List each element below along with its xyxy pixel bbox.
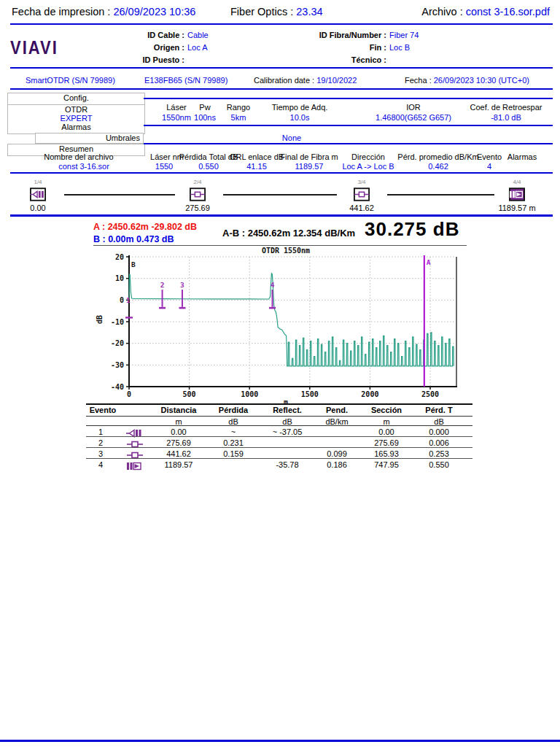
- event-cell: -35.78: [276, 460, 298, 469]
- svg-text:-40: -40: [111, 383, 124, 391]
- fin-label: Fin :: [370, 43, 386, 52]
- divider: [144, 125, 553, 126]
- acq-param-header: Tiempo de Adq.: [272, 103, 328, 112]
- measure-date-value: 26/09/2023 10:30 (UTC+0): [434, 76, 529, 85]
- svg-text:-20: -20: [111, 339, 124, 347]
- event-cell: ~: [231, 427, 236, 436]
- svg-text:3: 3: [180, 281, 184, 289]
- event-cell: 0.231: [223, 438, 244, 447]
- divider: [10, 23, 553, 25]
- id-fibra-label: ID Fibra/Number :: [319, 31, 386, 39]
- event-cell: 0.006: [429, 438, 449, 447]
- id-cable-label: ID Cable :: [147, 31, 184, 39]
- fiber-optics: Fiber Optics : 23.34: [230, 6, 323, 18]
- connector-in-icon: [30, 187, 46, 204]
- acq-param-value: -81.0 dB: [491, 113, 521, 122]
- fiber-optics-label: Fiber Optics :: [230, 6, 296, 18]
- file-summary-value: Loc A -> Loc B: [342, 162, 394, 171]
- tab-otdr-group[interactable]: OTDR EXPERT Alarmas: [7, 104, 145, 134]
- fiber-segment: [387, 194, 494, 196]
- measure-date: Fecha : 26/09/2023 10:30 (UTC+0): [405, 76, 529, 85]
- event-cell: 0.253: [429, 449, 449, 458]
- file-summary-value: 0.550: [198, 162, 219, 171]
- table-header: Distancia: [161, 406, 197, 414]
- tecnico-row: Técnico :: [204, 55, 386, 64]
- event-cell: ~ -37.05: [273, 427, 303, 436]
- file-summary-value: 0.462: [428, 162, 448, 171]
- file-summary-value: const 3-16.sor: [58, 162, 109, 171]
- calibration-label: Calibration date :: [254, 76, 316, 85]
- file-summary-header: ORL enlace dB: [230, 152, 284, 161]
- divider: [10, 214, 553, 217]
- table-header: Pérd. T: [425, 406, 452, 414]
- divider: [144, 143, 553, 144]
- cursor-ab-readout: A-B : 2450.62m 12.354 dB/Km: [222, 228, 355, 239]
- acq-param-value: 1.46800(G652 G657): [376, 113, 451, 122]
- fiber-optics-value: 23.34: [296, 6, 322, 18]
- svg-text:2500: 2500: [421, 390, 439, 398]
- event-cell: 0.099: [327, 449, 347, 458]
- table-rule: [86, 403, 472, 405]
- event-cell: 0.000: [429, 427, 449, 436]
- schematic-event-index: 1/4: [34, 179, 42, 185]
- svg-text:OTDR 1550nm: OTDR 1550nm: [262, 247, 310, 255]
- schematic-event-distance: 275.69: [185, 204, 210, 212]
- instrument-module: E138FB65 (S/N 79989): [144, 76, 228, 85]
- instrument-model: SmartOTDR (S/N 79989): [26, 76, 115, 85]
- table-unit: dB: [228, 417, 238, 426]
- print-date-value: 26/09/2023 10:36: [113, 6, 195, 18]
- fin-value: Loc B: [389, 43, 410, 52]
- svg-text:-10: -10: [111, 318, 124, 326]
- id-cable-row: ID Cable :: [0, 31, 184, 39]
- schematic-event-distance: 0.00: [30, 204, 45, 212]
- calibration-date: Calibration date : 19/10/2022: [254, 76, 357, 85]
- svg-text:2000: 2000: [361, 390, 378, 398]
- table-header: Pend.: [326, 406, 348, 414]
- acq-param-value: 1550nm: [162, 113, 191, 122]
- schematic-event-index: 3/4: [357, 179, 365, 185]
- event-row-number: 4: [98, 460, 103, 469]
- table-unit: dB/km: [325, 417, 348, 426]
- svg-text:0: 0: [127, 390, 131, 398]
- table-unit: m: [383, 417, 389, 426]
- svg-text:1: 1: [126, 296, 131, 304]
- event-cell: 441.62: [166, 449, 191, 458]
- svg-text:2: 2: [160, 281, 165, 289]
- file-label: Archivo :: [421, 6, 465, 18]
- acq-param-header: Coef. de Retroespar: [470, 103, 542, 112]
- svg-text:20: 20: [115, 253, 124, 261]
- acq-param-header: Rango: [227, 103, 250, 112]
- table-unit: m: [175, 417, 182, 426]
- tab-alarmas[interactable]: Alarmas: [8, 123, 144, 131]
- file-summary-header: Pérd. promedio dB/Km: [397, 152, 478, 161]
- file-summary-value: 4: [487, 162, 491, 171]
- umbrales-value: None: [282, 133, 301, 142]
- acq-param-value: 10.0s: [290, 113, 310, 122]
- event-cell: 0.159: [223, 449, 244, 458]
- svg-text:1000: 1000: [241, 390, 258, 398]
- file-summary-value: 41.15: [246, 162, 267, 171]
- tecnico-label: Técnico :: [351, 55, 386, 64]
- acq-param-header: Pw: [199, 103, 210, 112]
- svg-text:0: 0: [120, 296, 124, 304]
- table-header: Reflect.: [273, 406, 302, 414]
- divider: [144, 98, 553, 99]
- id-fibra-value: Fiber 74: [389, 31, 419, 39]
- acq-param-header: Láser: [166, 103, 187, 112]
- file-value: const 3-16.sor.pdf: [466, 6, 550, 18]
- file-summary-header: Evento: [477, 152, 502, 161]
- tab-umbrales[interactable]: Umbrales: [35, 133, 144, 144]
- cursor-a-readout: A : 2450.62m -29.802 dB: [93, 222, 197, 232]
- svg-text:-30: -30: [111, 361, 124, 369]
- fiber-segment: [223, 194, 337, 196]
- tab-otdr[interactable]: OTDR: [8, 105, 144, 114]
- table-unit: dB: [282, 417, 292, 426]
- divider: [93, 245, 467, 246]
- divider: [10, 67, 553, 69]
- fiber-end-icon: [509, 187, 525, 204]
- event-cell: 0.186: [327, 460, 347, 469]
- total-loss-value: 30.275 dB: [365, 218, 459, 241]
- page-footer-bar: [0, 740, 560, 742]
- svg-text:dB: dB: [96, 315, 104, 324]
- file-summary-value: 1189.57: [295, 162, 324, 171]
